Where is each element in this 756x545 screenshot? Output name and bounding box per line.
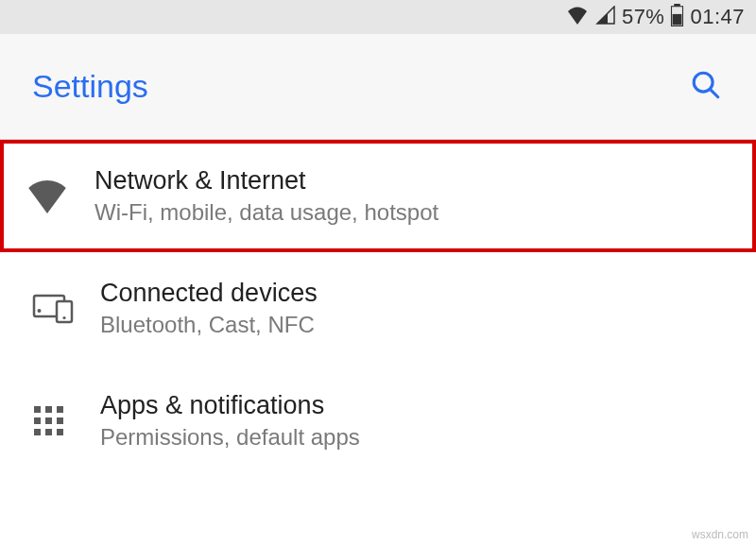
clock: 01:47 xyxy=(690,5,745,29)
list-item-title: Connected devices xyxy=(100,279,318,308)
svg-line-4 xyxy=(711,90,718,97)
list-item-text: Network & Internet Wi-Fi, mobile, data u… xyxy=(94,166,438,226)
svg-rect-2 xyxy=(673,14,682,25)
svg-rect-15 xyxy=(34,429,41,435)
list-item-text: Apps & notifications Permissions, defaul… xyxy=(100,391,360,451)
cellular-icon xyxy=(595,6,616,28)
list-item-subtitle: Wi-Fi, mobile, data usage, hotspot xyxy=(94,199,438,226)
page-title: Settings xyxy=(32,68,148,105)
apps-grid-icon xyxy=(32,404,100,438)
svg-rect-16 xyxy=(45,429,52,435)
devices-icon xyxy=(32,294,100,324)
settings-list: Network & Internet Wi-Fi, mobile, data u… xyxy=(0,140,756,477)
svg-rect-14 xyxy=(57,417,63,424)
svg-rect-13 xyxy=(45,417,52,424)
list-item-title: Network & Internet xyxy=(94,166,438,196)
svg-rect-10 xyxy=(45,406,52,413)
watermark: wsxdn.com xyxy=(692,528,748,541)
search-button[interactable] xyxy=(682,61,730,111)
svg-rect-17 xyxy=(57,429,63,435)
status-icons: 57% 01:47 xyxy=(565,4,745,30)
svg-rect-11 xyxy=(57,406,63,413)
app-bar: Settings xyxy=(0,34,756,140)
svg-rect-9 xyxy=(34,406,41,413)
battery-icon xyxy=(670,4,684,30)
list-item-subtitle: Bluetooth, Cast, NFC xyxy=(100,312,318,338)
svg-rect-12 xyxy=(34,417,41,424)
list-item-title: Apps & notifications xyxy=(100,391,360,420)
list-item-subtitle: Permissions, default apps xyxy=(100,424,360,451)
search-icon xyxy=(690,90,722,104)
status-bar: 57% 01:47 xyxy=(0,0,756,34)
battery-percent: 57% xyxy=(622,5,665,29)
wifi-fan-icon xyxy=(26,179,94,213)
list-item-apps-notifications[interactable]: Apps & notifications Permissions, defaul… xyxy=(0,365,756,477)
wifi-icon xyxy=(565,6,590,28)
svg-point-7 xyxy=(62,315,65,318)
list-item-text: Connected devices Bluetooth, Cast, NFC xyxy=(100,279,318,338)
list-item-network-internet[interactable]: Network & Internet Wi-Fi, mobile, data u… xyxy=(0,140,756,252)
list-item-connected-devices[interactable]: Connected devices Bluetooth, Cast, NFC xyxy=(0,252,756,365)
svg-point-8 xyxy=(38,309,42,313)
